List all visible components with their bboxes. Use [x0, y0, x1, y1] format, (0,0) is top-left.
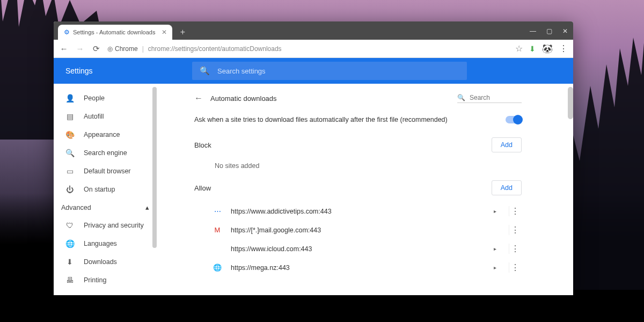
reload-button[interactable]: ⟳ — [91, 44, 101, 54]
browser-icon: ▭ — [65, 167, 74, 175]
sidebar-item-accessibility[interactable]: ✝Accessibility — [54, 289, 157, 295]
sidebar-item-label: Downloads — [84, 258, 117, 266]
sidebar-item-on-startup[interactable]: ⏻On startup — [54, 180, 157, 199]
accessibility-icon: ✝ — [65, 294, 74, 295]
browser-tab[interactable]: ⚙ Settings - Automatic downloads ✕ — [58, 25, 172, 40]
url-field[interactable]: ◎ Chrome | chrome://settings/content/aut… — [107, 45, 509, 53]
sidebar-item-languages[interactable]: 🌐Languages — [54, 235, 157, 253]
site-url: https://mega.nz:443 — [231, 264, 494, 272]
bookmark-star-icon[interactable]: ☆ — [515, 43, 523, 54]
sidebar-item-label: Languages — [84, 240, 117, 247]
globe-icon: 🌐 — [213, 264, 222, 272]
sidebar-item-default-browser[interactable]: ▭Default browser — [54, 162, 157, 180]
allow-add-button[interactable]: Add — [492, 180, 522, 195]
person-icon: 👤 — [65, 94, 74, 103]
chevron-right-icon[interactable]: ▸ — [494, 246, 504, 252]
allow-section-label: Allow — [194, 184, 211, 192]
content-area: ← Automatic downloads 🔍 Ask when a site … — [157, 84, 573, 295]
site-url: https://www.icloud.com:443 — [231, 245, 494, 253]
profile-avatar[interactable]: 🐼 — [542, 43, 553, 54]
block-section-label: Block — [194, 141, 211, 149]
url-separator: | — [142, 45, 144, 53]
sidebar-item-search-engine[interactable]: 🔍Search engine — [54, 144, 157, 162]
sidebar-item-label: Appearance — [84, 131, 120, 138]
tab-title: Settings - Automatic downloads — [73, 29, 155, 35]
sidebar-advanced-toggle[interactable]: Advanced▴ — [54, 199, 157, 216]
site-dots-icon: ⋯ — [213, 207, 222, 215]
forward-button[interactable]: → — [75, 44, 85, 53]
minimize-button[interactable]: ― — [525, 24, 541, 38]
site-menu-icon[interactable]: ⋮ — [509, 262, 522, 273]
sidebar-item-label: Printing — [84, 276, 106, 284]
gear-icon: ⚙ — [63, 29, 70, 35]
site-url: https://[*.]mail.google.com:443 — [231, 226, 494, 234]
chrome-menu-icon[interactable]: ⋮ — [559, 43, 568, 54]
chevron-up-icon: ▴ — [145, 203, 149, 211]
settings-title: Settings — [54, 67, 192, 75]
sidebar-item-label: Autofill — [84, 113, 104, 120]
shield-icon: 🛡 — [65, 221, 74, 230]
maximize-button[interactable]: ▢ — [541, 24, 557, 38]
sidebar-item-label: On startup — [84, 186, 115, 193]
settings-search[interactable]: 🔍 — [192, 62, 467, 80]
search-icon: 🔍 — [457, 94, 465, 101]
allow-site-row: M https://[*.]mail.google.com:443 ⋮ — [194, 221, 522, 239]
sidebar-item-label: Default browser — [84, 167, 131, 175]
download-indicator-icon[interactable]: ⬇ — [529, 45, 536, 53]
content-search[interactable]: 🔍 — [457, 94, 522, 103]
chevron-right-icon[interactable]: ▸ — [494, 208, 504, 214]
download-icon: ⬇ — [65, 258, 74, 266]
sidebar: 👤People ▤Autofill 🎨Appearance 🔍Search en… — [54, 84, 157, 295]
site-menu-icon[interactable]: ⋮ — [509, 244, 522, 254]
search-icon: 🔍 — [65, 149, 74, 157]
gmail-icon: M — [213, 226, 222, 234]
toggle-label: Ask when a site tries to download files … — [194, 116, 448, 123]
sidebar-item-downloads[interactable]: ⬇Downloads — [54, 253, 157, 271]
browser-window: ⚙ Settings - Automatic downloads ✕ + ― ▢… — [54, 21, 573, 295]
new-tab-button[interactable]: + — [177, 26, 188, 38]
url-label: Chrome — [115, 45, 138, 53]
advanced-label: Advanced — [61, 204, 91, 211]
sidebar-item-label: Accessibility — [84, 295, 120, 295]
page-title: Automatic downloads — [210, 94, 450, 103]
sidebar-item-people[interactable]: 👤People — [54, 89, 157, 107]
print-icon: 🖶 — [65, 276, 74, 284]
palette-icon: 🎨 — [65, 130, 74, 139]
content-scrollbar[interactable] — [568, 87, 573, 119]
url-text: chrome://settings/content/automaticDownl… — [148, 45, 282, 53]
globe-icon: 🌐 — [65, 239, 74, 248]
settings-search-input[interactable] — [217, 67, 459, 75]
power-icon: ⏻ — [65, 185, 74, 194]
site-info-icon: ◎ — [107, 45, 113, 53]
sidebar-item-label: Search engine — [84, 149, 127, 157]
block-add-button[interactable]: Add — [492, 137, 522, 152]
window-controls: ― ▢ ✕ — [525, 24, 573, 38]
autofill-icon: ▤ — [65, 112, 74, 121]
site-menu-icon[interactable]: ⋮ — [509, 225, 522, 235]
allow-site-row: ⋯ https://www.addictivetips.com:443 ▸ ⋮ — [194, 202, 522, 221]
sidebar-item-privacy[interactable]: 🛡Privacy and security — [54, 216, 157, 235]
ask-toggle[interactable] — [506, 116, 522, 123]
sidebar-item-printing[interactable]: 🖶Printing — [54, 271, 157, 289]
search-icon: 🔍 — [200, 66, 210, 76]
site-menu-icon[interactable]: ⋮ — [509, 206, 522, 216]
sidebar-item-label: Privacy and security — [84, 222, 144, 229]
settings-header: Settings 🔍 — [54, 58, 573, 84]
titlebar: ⚙ Settings - Automatic downloads ✕ + ― ▢… — [54, 21, 573, 40]
close-window-button[interactable]: ✕ — [557, 24, 573, 38]
back-arrow-icon[interactable]: ← — [194, 93, 203, 103]
block-empty-message: No sites added — [194, 159, 522, 180]
sidebar-item-autofill[interactable]: ▤Autofill — [54, 107, 157, 126]
chevron-right-icon[interactable]: ▸ — [494, 265, 504, 270]
address-bar: ← → ⟳ ◎ Chrome | chrome://settings/conte… — [54, 40, 573, 58]
allow-site-row: https://www.icloud.com:443 ▸ ⋮ — [194, 239, 522, 258]
close-tab-icon[interactable]: ✕ — [162, 28, 167, 36]
content-search-input[interactable] — [470, 94, 522, 101]
sidebar-item-label: People — [84, 94, 105, 102]
sidebar-item-appearance[interactable]: 🎨Appearance — [54, 126, 157, 144]
site-url: https://www.addictivetips.com:443 — [231, 208, 494, 215]
back-button[interactable]: ← — [59, 44, 69, 53]
allow-site-row: 🌐 https://mega.nz:443 ▸ ⋮ — [194, 258, 522, 277]
sidebar-scrollbar[interactable] — [152, 87, 157, 248]
